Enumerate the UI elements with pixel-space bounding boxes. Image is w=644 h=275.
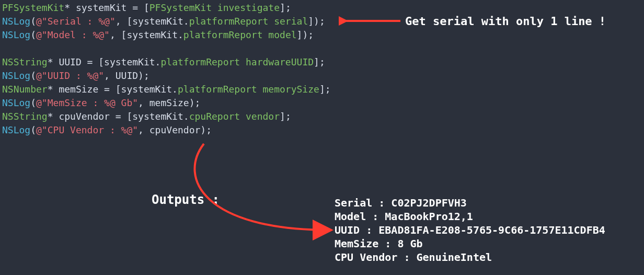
code-token: ]); [297,29,314,40]
output-block: Serial : C02PJ2DPFVH3 Model : MacBookPro… [335,196,605,264]
code-token: platformReport [183,29,263,40]
output-line: Serial : C02PJ2DPFVH3 [335,197,467,209]
code-token: , [systemKit. [110,29,183,40]
code-token: , cpuVendor); [138,124,212,135]
code-token: @"CPU Vendor : %@" [36,124,138,135]
code-token: NSString [2,111,48,122]
code-token: NSLog [2,70,30,81]
code-token: cpuReport [189,111,240,122]
code-token: NSLog [2,29,30,40]
annotation-serial-note: Get serial with only 1 line ! [405,15,606,28]
annotation-outputs-label: Outputs : [152,192,220,207]
code-token: ( [30,124,36,135]
code-token: ( [30,70,36,81]
code-token: NSLog [2,124,30,135]
code-token: memorySize [257,84,319,95]
output-line: MemSize : 8 Gb [335,237,423,250]
code-token: @"MemSize : %@ Gb" [36,97,138,108]
code-token: model [263,29,297,40]
code-token: ]; [314,56,325,67]
code-token: ]; [280,111,291,122]
code-token: NSNumber [2,84,48,95]
output-line: UUID : EBAD81FA-E208-5765-9C66-1757E11CD… [335,224,605,236]
code-token: ]; [280,2,291,13]
code-token: , UUID); [104,70,150,81]
code-token: serial [268,16,308,27]
code-token: platformReport [189,16,269,27]
code-token: * UUID = [systemKit. [48,56,161,67]
code-token: , memSize); [138,97,200,108]
output-line: CPU Vendor : GenuineIntel [335,251,492,263]
code-token: platformReport [160,56,240,67]
code-token: vendor [240,111,280,122]
code-token: ]; [319,84,331,95]
code-token: ( [30,97,36,108]
code-token: @"UUID : %@" [36,70,104,81]
code-token: NSString [2,56,48,67]
code-token: * systemKit = [ [64,2,150,13]
code-token: ( [30,16,36,27]
code-token: @"Model : %@" [36,29,110,40]
code-token: * cpuVendor = [systemKit. [48,111,189,122]
code-token: * memSize = [systemKit. [48,84,178,95]
code-token: ]); [308,16,325,27]
code-token: hardwareUUID [240,56,314,67]
code-token: @"Serial : %@" [36,16,116,27]
code-token: ( [30,29,36,40]
code-token: NSLog [2,97,30,108]
code-token: investigate [212,2,280,13]
code-token: PFSystemKit [2,2,64,13]
code-token: platformReport [178,84,257,95]
code-token: PFSystemKit [150,2,212,13]
code-token: NSLog [2,16,30,27]
code-token: , [systemKit. [116,16,189,27]
output-line: Model : MacBookPro12,1 [335,210,473,223]
